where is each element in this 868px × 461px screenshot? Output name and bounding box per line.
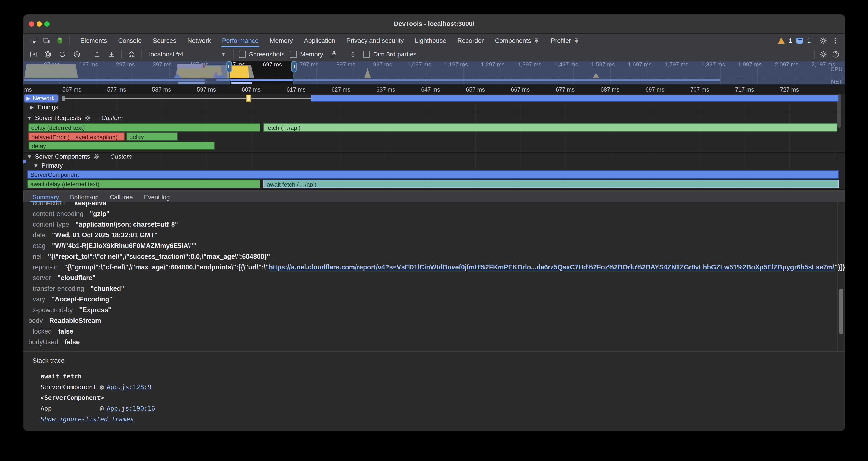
dim-3rd-parties-checkbox[interactable]: Dim 3rd parties [363,51,416,58]
server-components-header[interactable]: ▼Server Components— Custom [27,153,132,160]
warning-badge-icon[interactable] [778,38,785,44]
network-track-header[interactable]: ▶Network [24,94,58,102]
summary-scrollbar[interactable] [839,289,843,334]
summary-value: "chunked" [91,285,124,292]
timeline-bar-await-fetch-api[interactable]: await fetch (…/api) [264,180,839,188]
stack-frame: <ServerComponent> [40,392,155,403]
tab-application[interactable]: Application [299,34,341,48]
primary-subtrack-header[interactable]: ▼Primary [33,162,63,169]
summary-row-server: server"cloudflare" [24,272,845,283]
tab-performance[interactable]: Performance [216,34,264,48]
stack-frame: ServerComponent@App.js:128:9 [40,382,155,392]
summary-row-connection: connection"keep-alive" [24,202,845,208]
stack-frame-source-link[interactable]: App.js:190:16 [106,403,155,414]
timeline-bar-label: await fetch (…/api) [267,181,316,188]
tab-label: Lighthouse [415,34,446,48]
details-tab-bottom-up[interactable]: Bottom-up [64,192,104,202]
memory-checkbox[interactable]: Memory [290,51,323,58]
inspect-element-icon[interactable] [29,37,37,45]
network-track-label: Network [32,95,55,102]
tab-sources[interactable]: Sources [147,34,182,48]
details-tab-event-log[interactable]: Event log [138,192,175,202]
help-icon[interactable] [832,51,840,58]
network-event-marker[interactable] [246,94,251,102]
chevron-down-icon: ▼ [27,115,32,121]
toggle-sidebar-icon[interactable] [29,50,38,59]
overview-window-handle-right[interactable] [291,61,297,84]
overview-window-handle-left[interactable] [226,61,232,84]
tab-label: Application [304,34,335,48]
tab-network[interactable]: Network [182,34,216,48]
tab-recorder[interactable]: Recorder [452,34,489,48]
report-url-link[interactable]: https://a.nel.cloudflare.com/report/v4?s… [269,263,835,271]
timeline-ruler-label: ms [24,86,32,93]
issues-message-icon[interactable] [797,38,803,44]
kebab-menu-icon[interactable] [832,37,839,45]
tab-console[interactable]: Console [113,34,147,48]
stack-frame-source-link[interactable]: App.js:128:9 [106,382,151,392]
tab-lighthouse[interactable]: Lighthouse [409,34,452,48]
checkbox-box [363,51,370,58]
capture-settings-gear-icon[interactable] [819,51,827,58]
network-track-grip[interactable] [62,96,64,101]
tab-elements[interactable]: Elements [75,34,113,48]
save-profile-icon[interactable] [107,50,116,59]
summary-row-bodyused: bodyUsedfalse [24,337,845,347]
timeline-bar-delayederror-ayed-exception[interactable]: delayedError (…ayed exception) [28,132,125,141]
device-toolbar-icon[interactable] [43,37,51,45]
tab-memory[interactable]: Memory [264,34,299,48]
panel-tabs: ElementsConsoleSourcesNetworkPerformance… [75,34,585,48]
tab-label: Sources [153,34,176,48]
reload-and-record-icon[interactable] [58,50,67,59]
stack-frame-at: @ [100,382,103,392]
tab-label: Console [118,34,142,48]
stack-frame-at: @ [100,403,103,414]
home-icon[interactable] [127,50,136,59]
timeline-ruler-label: 687 ms [600,86,620,93]
react-atom-icon [533,37,540,44]
stack-trace-section: Stack trace await fetchServerComponent@A… [24,351,845,431]
history-select-value: localhost #4 [149,51,183,58]
tab-components[interactable]: Components [489,34,545,48]
settings-gear-icon[interactable] [819,37,827,45]
stack-frame: App@App.js:190:16 [40,403,155,414]
collapse-flamechart-icon[interactable] [348,50,358,59]
summary-value: "{\"group\":\"cf-nel\",\"max_age\":60480… [64,263,269,271]
timeline-bar-delay[interactable]: delay [126,132,178,141]
performance-toolbar: localhost #4 ▼ Screenshots Memory [24,48,845,61]
timeline-bar-delay[interactable]: delay [29,142,215,150]
record-button[interactable] [43,50,53,59]
screenshots-checkbox[interactable]: Screenshots [239,51,285,58]
timeline-bar-await-delay-deferred-text[interactable]: await delay (deferred text) [27,180,260,188]
history-select[interactable]: localhost #4 ▼ [147,51,228,58]
tabbar-right-divider [815,36,815,45]
stack-trace-title: Stack trace [32,357,64,364]
timings-track-header[interactable]: ▶Timings [30,103,58,111]
show-ignore-listed-frames-link[interactable]: Show ignore-listed frames [40,414,155,425]
summary-key: report-to [33,263,58,271]
garbage-collect-icon[interactable] [328,50,338,59]
clear-recording-icon[interactable] [72,50,82,59]
tab-label: Privacy and security [346,34,404,48]
timeline-bar-label: delay (deferred text) [31,124,85,131]
network-request-bar[interactable] [311,95,839,102]
chevron-down-icon: ▼ [221,51,226,57]
server-requests-header[interactable]: ▼Server Requests— Custom [27,114,123,121]
timeline-overview[interactable]: CPU NET 97 ms197 ms297 ms397 ms497 ms597… [24,61,845,84]
summary-key: etag [33,242,45,250]
tab-label: Performance [222,34,259,48]
summary-value: "W/\"4b1-RjEJloX9kRinu6F0MAZMmy6E5iA\"" [52,242,196,250]
load-profile-icon[interactable] [92,50,102,59]
timeline-bar-delay-deferred-text[interactable]: delay (deferred text) [28,123,260,132]
details-tab-call-tree[interactable]: Call tree [104,192,138,202]
timeline-bar-servercomponent[interactable]: ServerComponent [27,170,839,178]
toolbar-right [814,50,845,59]
timeline-ruler-label: 617 ms [287,86,306,93]
tab-label: Memory [270,34,293,48]
summary-row-etag: etag"W/\"4b1-RjEJloX9kRinu6F0MAZMmy6E5iA… [24,240,845,251]
extension-gem-icon[interactable] [56,37,64,45]
details-tab-summary[interactable]: Summary [27,192,64,202]
timeline-bar-fetch-api[interactable]: fetch (…/api) [264,123,837,132]
tab-privacy-and-security[interactable]: Privacy and security [341,34,409,48]
tab-profiler[interactable]: Profiler [545,34,585,48]
